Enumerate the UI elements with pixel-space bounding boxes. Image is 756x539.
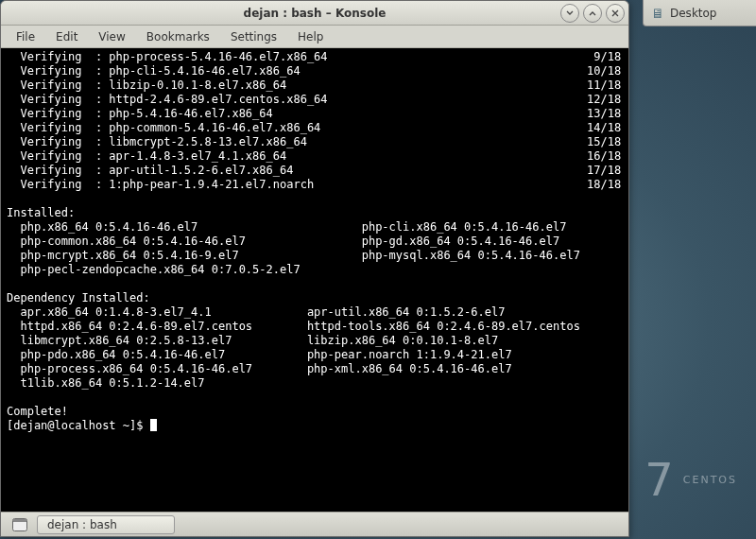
- menu-edit[interactable]: Edit: [46, 27, 87, 46]
- menubar: File Edit View Bookmarks Settings Help: [1, 26, 628, 48]
- tab-item[interactable]: dejan : bash: [37, 515, 175, 534]
- menu-help[interactable]: Help: [288, 27, 333, 46]
- minimize-icon: [565, 9, 575, 18]
- cursor: [150, 419, 157, 431]
- new-tab-button[interactable]: [7, 514, 33, 535]
- taskbar: dejan : bash: [1, 512, 628, 536]
- desktop-label: Desktop: [670, 7, 717, 20]
- maximize-icon: [588, 9, 597, 18]
- menu-bookmarks[interactable]: Bookmarks: [137, 27, 219, 46]
- terminal-icon: [12, 518, 27, 531]
- centos-word: CENTOS: [683, 474, 737, 486]
- menu-settings[interactable]: Settings: [221, 27, 286, 46]
- menu-view[interactable]: View: [89, 27, 134, 46]
- window-title: dejan : bash – Konsole: [1, 7, 628, 20]
- close-button[interactable]: [606, 4, 625, 23]
- konsole-window: dejan : bash – Konsole File Edit View Bo…: [0, 0, 629, 537]
- close-icon: [610, 9, 620, 18]
- centos-number: 7: [644, 453, 674, 506]
- terminal-output[interactable]: Verifying : php-process-5.4.16-46.el7.x8…: [1, 48, 628, 512]
- centos-branding: 7 CENTOS: [644, 453, 737, 506]
- desktop-icon: 🖥: [651, 6, 664, 21]
- menu-file[interactable]: File: [7, 27, 44, 46]
- tab-label: dejan : bash: [47, 518, 117, 531]
- window-controls: [560, 4, 625, 23]
- desktop-button[interactable]: 🖥 Desktop: [643, 0, 756, 26]
- svg-rect-1: [13, 519, 26, 522]
- titlebar[interactable]: dejan : bash – Konsole: [1, 1, 628, 26]
- maximize-button[interactable]: [583, 4, 602, 23]
- minimize-button[interactable]: [560, 4, 579, 23]
